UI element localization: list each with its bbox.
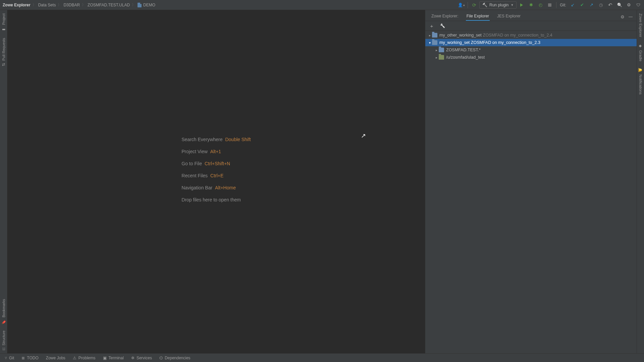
breadcrumb-root[interactable]: Zowe Explorer xyxy=(2,3,31,7)
chevron-right-icon[interactable]: ▸ xyxy=(434,48,439,52)
breadcrumb-item-dataset[interactable]: ZOSMFAD.TEST.ULAD xyxy=(87,3,130,7)
breadcrumb-file[interactable]: DEMO xyxy=(137,3,156,7)
search-everywhere-button[interactable] xyxy=(615,1,624,9)
hint-recent-key: Ctrl+E xyxy=(210,173,223,178)
run-config-selector[interactable]: Run plugin ▼ xyxy=(479,1,517,9)
tree[interactable]: ▸my_other_working_set ZOSMFAD on my_conn… xyxy=(425,31,637,353)
hint-project: Project View Alt+1 xyxy=(181,149,251,154)
tab-zowe-explorer[interactable]: Zowe Explorer: xyxy=(427,12,463,21)
tab-project[interactable]: ▮ Project xyxy=(1,10,6,35)
top-bar: Zowe Explorer 〉 Data Sets 〉 D3DBAR 〉 ZOS… xyxy=(0,0,644,10)
breadcrumb-item-datasets[interactable]: Data Sets xyxy=(38,3,57,7)
bottom-services-label: Services xyxy=(137,356,152,360)
tab-pull-requests[interactable]: ⇄ Pull Requests xyxy=(1,35,6,69)
git-label: Git: xyxy=(558,1,568,9)
vcs-history-button[interactable] xyxy=(596,1,605,9)
panel-tabs: Zowe Explorer: File Explorer JES Explore… xyxy=(425,10,637,21)
bottom-services[interactable]: Services xyxy=(128,354,155,362)
dependencies-icon xyxy=(159,356,163,360)
tab-gradle-label: Gradle xyxy=(639,50,643,61)
left-tool-strip: ▮ Project ⇄ Pull Requests 🔖 Bookmarks ⌸ … xyxy=(0,10,7,353)
tree-node[interactable]: ▸/u/zosmfad/ulad_test xyxy=(425,54,637,61)
editor-area[interactable]: Search Everywhere Double Shift Project V… xyxy=(7,10,425,353)
tab-notifications[interactable]: 🔔 Notifications xyxy=(638,65,643,98)
hint-search: Search Everywhere Double Shift xyxy=(181,137,251,142)
tree-node[interactable]: ▾my_working_set ZOSMFAD on my_connection… xyxy=(425,39,637,46)
panel-hide-button[interactable] xyxy=(627,13,635,21)
folder-icon xyxy=(432,40,437,45)
folder-icon xyxy=(439,48,444,52)
hint-drop: Drop files here to open them xyxy=(181,197,251,202)
file-explorer-panel: Zowe Explorer: File Explorer JES Explore… xyxy=(425,10,637,353)
settings-button[interactable] xyxy=(625,1,633,9)
bell-icon: 🔔 xyxy=(638,68,643,72)
tab-gradle[interactable]: ◆ Gradle xyxy=(638,41,643,65)
workarea: ▮ Project ⇄ Pull Requests 🔖 Bookmarks ⌸ … xyxy=(0,10,644,353)
bottom-zowe-jobs[interactable]: Zowe Jobs xyxy=(43,354,69,362)
tab-bookmarks-label: Bookmarks xyxy=(2,299,6,317)
hint-navbar: Navigation Bar Alt+Home xyxy=(181,185,251,190)
bottom-todo[interactable]: TODO xyxy=(18,354,42,362)
code-with-me-button[interactable] xyxy=(634,1,643,9)
vcs-rollback-button[interactable] xyxy=(606,1,614,9)
hint-search-label: Search Everywhere xyxy=(181,137,222,142)
chevron-right-icon[interactable]: ▸ xyxy=(427,34,432,37)
services-icon xyxy=(131,356,135,360)
warning-icon xyxy=(73,356,76,360)
tab-zowe-explorer-right[interactable]: Zowe Explorer xyxy=(639,10,643,41)
sync-icon xyxy=(472,2,476,8)
undo-icon xyxy=(608,2,612,8)
vcs-commit-button[interactable] xyxy=(578,1,586,9)
run-button[interactable] xyxy=(517,1,526,9)
bottom-git-label: Git xyxy=(9,356,14,360)
tab-bookmarks[interactable]: 🔖 Bookmarks xyxy=(1,296,6,327)
check-icon xyxy=(580,2,584,7)
clock-icon xyxy=(599,2,603,7)
tree-node[interactable]: ▸ZOSMFAD.TEST.* xyxy=(425,46,637,54)
hint-drop-label: Drop files here to open them xyxy=(181,197,241,202)
hint-gotofile-key: Ctrl+Shift+N xyxy=(205,161,230,166)
terminal-icon xyxy=(103,356,107,360)
minimize-icon xyxy=(629,14,633,19)
update-icon xyxy=(571,2,575,7)
debug-button[interactable] xyxy=(527,1,535,9)
mouse-cursor xyxy=(361,132,366,139)
folder-icon: ▮ xyxy=(1,27,6,31)
breadcrumb-item-d3dbar[interactable]: D3DBAR xyxy=(63,3,80,7)
account-button[interactable] xyxy=(457,1,466,9)
bottom-problems[interactable]: Problems xyxy=(69,354,99,362)
chevron-right-icon: 〉 xyxy=(56,2,63,7)
bottom-terminal[interactable]: Terminal xyxy=(100,354,127,362)
chevron-down-icon: ▼ xyxy=(511,3,514,7)
vcs-update-button[interactable] xyxy=(568,1,577,9)
bottom-zowe-jobs-label: Zowe Jobs xyxy=(46,356,65,360)
bottom-dependencies[interactable]: Dependencies xyxy=(156,354,194,362)
tab-structure-label: Structure xyxy=(2,330,6,346)
hint-recent: Recent Files Ctrl+E xyxy=(181,173,251,178)
tree-node[interactable]: ▸my_other_working_set ZOSMFAD on my_conn… xyxy=(425,32,637,39)
vcs-push-button[interactable] xyxy=(587,1,596,9)
structure-icon: ⌸ xyxy=(2,347,5,351)
bottom-git[interactable]: Git xyxy=(1,354,17,362)
breadcrumb-file-label: DEMO xyxy=(143,3,155,7)
panel-settings-button[interactable] xyxy=(619,13,627,21)
separator xyxy=(556,2,556,8)
stop-button[interactable] xyxy=(545,1,554,9)
tab-jes-explorer[interactable]: JES Explorer xyxy=(493,12,525,21)
hint-recent-label: Recent Files xyxy=(181,173,208,178)
tab-file-explorer[interactable]: File Explorer xyxy=(463,12,493,21)
hint-project-label: Project View xyxy=(181,149,208,154)
folder-icon xyxy=(432,33,437,38)
tab-structure[interactable]: ⌸ Structure xyxy=(2,327,6,353)
add-button[interactable] xyxy=(428,22,435,29)
chevron-right-icon: 〉 xyxy=(130,2,137,7)
chevron-down-icon[interactable]: ▾ xyxy=(427,41,432,45)
chevron-right-icon[interactable]: ▸ xyxy=(434,56,439,59)
coverage-button[interactable] xyxy=(536,1,545,9)
configure-button[interactable] xyxy=(439,22,446,29)
breadcrumb: Zowe Explorer 〉 Data Sets 〉 D3DBAR 〉 ZOS… xyxy=(0,2,156,7)
panel-toolbar xyxy=(425,21,637,31)
branch-icon xyxy=(5,356,7,360)
sync-button[interactable] xyxy=(470,1,479,9)
pull-request-icon: ⇄ xyxy=(2,62,5,66)
